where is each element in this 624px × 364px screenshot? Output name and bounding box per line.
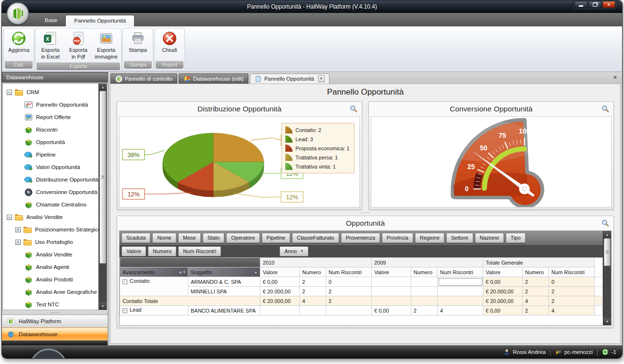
tree-item-pannello-opportunità[interactable]: Pannello Opportunità	[5, 98, 98, 111]
data-field-numero[interactable]: Numero	[148, 246, 176, 256]
magnifier-icon[interactable]	[601, 105, 610, 113]
tree-item-posizionamento-strategico[interactable]: +Posizionamento Strategico	[5, 223, 98, 236]
column-field-anno[interactable]: Anno▼	[280, 246, 308, 256]
tree-item-conversione-opportunità[interactable]: Conversione Opportunità	[5, 186, 98, 198]
grid-scrollbar[interactable]: ▲▼	[603, 231, 611, 325]
scroll-thumb[interactable]	[604, 238, 611, 266]
stampa-button[interactable]: Stampa	[124, 30, 151, 55]
subject-cell[interactable]: BANCO ALIMENTARE SPA	[188, 306, 260, 315]
measure-header-numero[interactable]: Numero	[523, 267, 549, 277]
tree-item-analisi-agenti[interactable]: Analisi Agenti	[5, 261, 98, 273]
measure-header-valore[interactable]: Valore	[372, 267, 411, 277]
tree-item-valori-opportunità[interactable]: Valori Opportunità	[5, 161, 98, 173]
nav-item-datawarehouse[interactable]: Datawarehouse	[2, 328, 108, 340]
filter-field-provincia[interactable]: Provincia	[382, 233, 413, 243]
status-machine[interactable]: pc-menozzi	[555, 349, 593, 355]
scroll-down-button[interactable]: ▼	[99, 303, 107, 310]
value-cell[interactable]: € 20.000,00	[483, 296, 523, 306]
doc-tab-pannello-di-controllo[interactable]: Pannello di controllo	[110, 73, 177, 84]
collapse-icon[interactable]: −	[7, 215, 12, 220]
value-cell[interactable]	[372, 277, 411, 287]
expand-icon[interactable]: +	[15, 240, 21, 245]
value-cell[interactable]: € 20.000,00	[483, 287, 523, 296]
tree-item-analisi-vendite[interactable]: −Analisi Vendite	[5, 211, 98, 223]
value-cell[interactable]: € 20.000,00	[260, 296, 300, 306]
filter-field-provenienza[interactable]: Provenienza	[341, 233, 380, 243]
row-field-avanzamento[interactable]: Avanzamento▲ ⊽	[120, 267, 188, 277]
value-cell[interactable]: 2	[549, 296, 595, 306]
tree-item-report-offerte[interactable]: Report Offerte	[5, 111, 98, 123]
value-cell[interactable]: 2	[523, 287, 549, 296]
filter-field-tipo[interactable]: Tipo	[506, 233, 526, 243]
filter-field-regione[interactable]: Regione	[415, 233, 444, 243]
restore-button[interactable]	[588, 1, 601, 8]
magnifier-icon[interactable]	[601, 219, 610, 228]
scroll-track[interactable]	[603, 266, 611, 318]
tree-item-uso-portafoglio[interactable]: +Uso Portafoglio	[5, 236, 98, 248]
tree-item-analisi-prodotti[interactable]: Analisi Prodotti	[5, 273, 98, 286]
data-field-num-riscontri[interactable]: Num Riscontri	[178, 246, 221, 256]
value-cell[interactable]: 2	[326, 287, 372, 296]
scroll-down-button[interactable]: ▼	[603, 318, 611, 325]
collapse-group-icon[interactable]: −	[122, 308, 127, 313]
value-cell[interactable]: 2	[549, 287, 595, 296]
esporta-in-pdf-button[interactable]: PDFEsportain Pdf	[65, 30, 92, 61]
ribbon-tab-pannello-opportunità[interactable]: Pannello Opportunità	[65, 15, 135, 26]
value-cell[interactable]	[438, 287, 483, 296]
titlebar[interactable]: Pannello Opportunità - HallWay Platform …	[2, 0, 622, 13]
collapse-group-icon[interactable]: −	[122, 279, 127, 284]
tree-item-chiamate-centralino[interactable]: Chiamate Centralino	[5, 198, 98, 211]
filter-field-stato[interactable]: Stato	[203, 233, 225, 243]
value-cell[interactable]	[411, 277, 438, 287]
nav-item-hallway-platform[interactable]: HallWay Platform	[2, 315, 108, 328]
value-cell[interactable]: € 0,00	[483, 277, 523, 287]
value-cell[interactable]	[260, 306, 300, 315]
measure-header-numero[interactable]: Numero	[411, 267, 438, 277]
value-cell[interactable]: € 20.000,00	[260, 287, 300, 296]
doc-tab-close-button[interactable]: ✕	[318, 75, 325, 82]
filter-field-classefatturato[interactable]: ClasseFatturato	[292, 233, 339, 243]
scroll-up-button[interactable]: ▲	[603, 231, 611, 238]
group-cell-contatto[interactable]: −Contatto	[120, 277, 188, 296]
doc-tab-datawarehouse-edit-[interactable]: Datawarehouse (edit)	[179, 73, 248, 84]
tree-item-opportunità[interactable]: Opportunità	[5, 136, 98, 148]
value-cell[interactable]: 2	[411, 306, 438, 315]
value-cell[interactable]: 2	[300, 287, 326, 296]
value-cell[interactable]	[438, 296, 483, 306]
value-cell[interactable]: 2	[523, 306, 549, 315]
column-group-totale-generale[interactable]: Totale Generale	[483, 258, 595, 267]
filter-field-nazione[interactable]: Nazione	[475, 233, 504, 243]
value-cell[interactable]	[438, 277, 483, 287]
esporta-in-excel-button[interactable]: XEsportain Excel	[37, 30, 64, 61]
column-group-2010[interactable]: 2010	[260, 258, 372, 267]
tree-item-analisi-vendite[interactable]: Analisi Vendite	[5, 248, 98, 261]
tree-item-crm[interactable]: −CRM	[5, 86, 98, 98]
value-cell[interactable]: € 0,00	[372, 306, 411, 315]
value-cell[interactable]	[411, 287, 438, 296]
filter-field-mese[interactable]: Mese	[178, 233, 201, 243]
measure-header-valore[interactable]: Valore	[260, 267, 300, 277]
esporta-immagine-button[interactable]: Esportaimmagine	[93, 30, 120, 61]
filter-field-settore[interactable]: Settore	[446, 233, 473, 243]
value-cell[interactable]: 2	[326, 296, 372, 306]
sidebar-splitter[interactable]	[2, 311, 108, 315]
measure-header-num-riscontri[interactable]: Num Riscontri	[549, 267, 595, 277]
status-counter[interactable]: -1	[602, 349, 616, 355]
magnifier-icon[interactable]	[349, 105, 358, 113]
tree-item-distribuzione-opportunità[interactable]: Distribuzione Opportunità	[5, 173, 98, 186]
filter-field-scaduta[interactable]: Scaduta	[122, 233, 150, 243]
row-field-soggetto[interactable]: Soggetto▲	[188, 267, 260, 277]
value-cell[interactable]: 0	[326, 277, 372, 287]
value-cell[interactable]	[372, 287, 411, 296]
measure-header-num-riscontri[interactable]: Num Riscontri	[326, 267, 372, 277]
scroll-thumb[interactable]	[99, 91, 106, 264]
value-cell[interactable]	[300, 306, 326, 315]
filter-dropdown-icon[interactable]: ▼	[300, 249, 304, 253]
app-logo-orb[interactable]	[7, 2, 29, 24]
expand-icon[interactable]: +	[15, 227, 21, 232]
status-user[interactable]: Rossi Andrea	[503, 349, 546, 355]
measure-header-valore[interactable]: Valore	[483, 267, 523, 277]
value-cell[interactable]: € 0,00	[483, 306, 523, 315]
measure-header-num-riscontri[interactable]: Num Riscontri	[438, 267, 483, 277]
collapse-icon[interactable]: −	[7, 90, 12, 95]
